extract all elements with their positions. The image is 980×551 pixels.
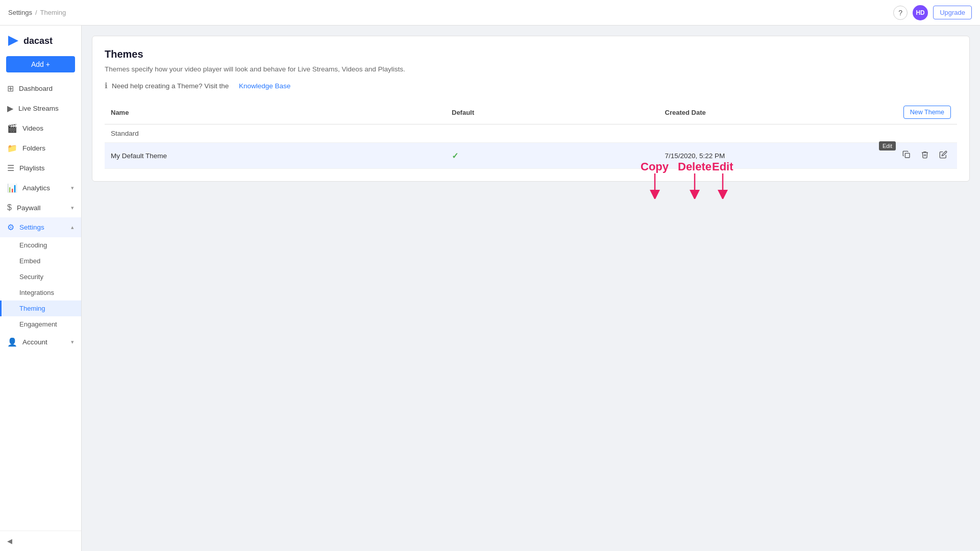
sidebar-item-paywall[interactable]: $ Paywall ▾ [0,198,81,217]
sidebar-label-analytics: Analytics [22,184,50,192]
breadcrumb-separator: / [35,9,37,16]
edit-tooltip-label: Edit [879,141,896,151]
sidebar-label-paywall: Paywall [17,204,41,212]
subnav-encoding[interactable]: Encoding [0,237,81,253]
row-standard-default [446,124,659,143]
row-mydefault-default: ✓ [446,143,659,169]
logo-text: dacast [23,36,53,46]
analytics-icon: 📊 [7,183,17,193]
videos-icon: 🎬 [7,123,17,133]
knowledge-base-link[interactable]: Knowledge Base [239,82,290,90]
content-card: Themes Themes specify how your video pla… [92,36,970,182]
sidebar-label-livestreams: Live Streams [18,105,59,112]
header-right: ? HD Upgrade [893,5,972,20]
add-button[interactable]: Add + [6,56,75,72]
playlists-icon: ☰ [7,163,14,173]
sidebar-item-folders[interactable]: 📁 Folders [0,138,81,158]
row-standard-name: Standard [105,124,446,143]
default-checkmark: ✓ [452,152,458,160]
sidebar-item-analytics[interactable]: 📊 Analytics ▾ [0,178,81,198]
sidebar-item-settings[interactable]: ⚙ Settings ▴ [0,217,81,237]
livestreams-icon: ▶ [7,104,13,113]
collapse-icon: ◀ [7,537,12,545]
sidebar-label-folders: Folders [22,144,45,152]
settings-subnav: Encoding Embed Security Integrations The… [0,237,81,332]
row-mydefault-actions: Edit [872,143,957,169]
settings-icon: ⚙ [7,222,14,232]
breadcrumb-settings[interactable]: Settings [8,9,32,16]
account-icon: 👤 [7,337,17,347]
col-header-actions: New Theme [872,101,957,124]
sidebar-item-playlists[interactable]: ☰ Playlists [0,158,81,178]
row-mydefault-created: 7/15/2020, 5:22 PM [659,143,872,169]
new-theme-button[interactable]: New Theme [903,106,951,119]
avatar[interactable]: HD [913,5,928,20]
delete-icon [921,151,929,161]
sidebar-label-dashboard: Dashboard [19,85,53,92]
subnav-theming[interactable]: Theming [0,300,81,316]
col-header-created: Created Date [659,101,872,124]
sidebar-item-account[interactable]: 👤 Account ▾ [0,332,81,352]
row-mydefault-name: My Default Theme [105,143,446,169]
settings-chevron: ▴ [71,224,74,231]
sidebar-item-dashboard[interactable]: ⊞ Dashboard [0,79,81,98]
info-box: ℹ Need help creating a Theme? Visit the … [105,81,957,90]
row-standard-actions [872,124,957,143]
themes-table: Name Default Created Date New Theme Stan… [105,101,957,169]
table-row-mydefault: My Default Theme ✓ 7/15/2020, 5:22 PM Ed… [105,143,957,169]
sidebar-nav: ⊞ Dashboard ▶ Live Streams 🎬 Videos 📁 Fo… [0,79,81,352]
sidebar-logo: dacast [0,26,81,52]
help-icon[interactable]: ? [893,6,908,20]
page-description: Themes specify how your video player wil… [105,65,957,73]
account-chevron: ▾ [71,339,74,345]
subnav-engagement[interactable]: Engagement [0,316,81,332]
app-body: dacast Add + ⊞ Dashboard ▶ Live Streams … [0,26,980,551]
sidebar-item-videos[interactable]: 🎬 Videos [0,118,81,138]
logo: dacast [6,34,53,48]
info-icon: ℹ [105,81,108,90]
page-title: Themes [105,48,957,60]
sidebar-label-videos: Videos [22,124,43,132]
breadcrumb: Settings / Theming [8,9,66,16]
analytics-chevron: ▾ [71,185,74,191]
subnav-security[interactable]: Security [0,269,81,285]
subnav-embed[interactable]: Embed [0,253,81,269]
sidebar-bottom: ◀ [0,531,81,551]
logo-icon [6,34,20,48]
copy-icon [902,151,911,161]
upgrade-button[interactable]: Upgrade [933,6,972,19]
row-standard-created [659,124,872,143]
svg-marker-0 [8,36,18,46]
subnav-integrations[interactable]: Integrations [0,285,81,300]
collapse-button[interactable]: ◀ [7,537,74,545]
main-content: Themes Themes specify how your video pla… [82,26,980,551]
sidebar-label-settings: Settings [19,223,44,231]
col-header-name: Name [105,101,446,124]
sidebar-item-livestreams[interactable]: ▶ Live Streams [0,98,81,118]
paywall-icon: $ [7,203,12,212]
delete-button[interactable] [917,148,933,163]
paywall-chevron: ▾ [71,205,74,211]
top-header: Settings / Theming ? HD Upgrade [0,0,980,26]
sidebar-label-playlists: Playlists [19,164,45,172]
dashboard-icon: ⊞ [7,84,14,93]
edit-button[interactable] [936,148,951,163]
col-header-default: Default [446,101,659,124]
copy-button[interactable] [899,148,914,163]
info-text: Need help creating a Theme? Visit the [112,82,229,90]
breadcrumb-current: Theming [40,9,66,16]
sidebar: dacast Add + ⊞ Dashboard ▶ Live Streams … [0,26,82,551]
table-row-standard: Standard [105,124,957,143]
edit-icon [939,151,947,161]
svg-rect-1 [905,153,910,158]
action-icons: Edit [878,148,951,163]
sidebar-label-account: Account [22,338,47,346]
folders-icon: 📁 [7,143,17,153]
